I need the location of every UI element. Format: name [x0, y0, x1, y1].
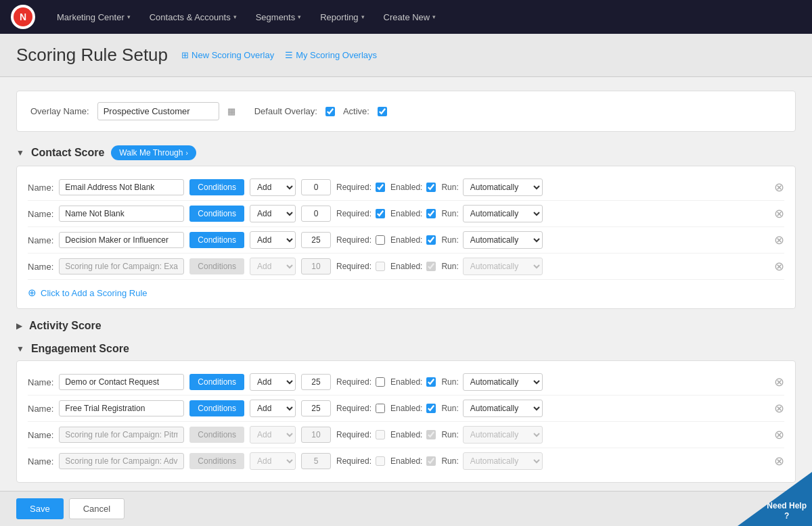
chevron-down-icon: ▾ [233, 14, 237, 20]
add-scoring-rule-button[interactable]: ⊕ Click to Add a Scoring Rule [28, 280, 784, 300]
nav-item-contacts[interactable]: Contacts & Accounts ▾ [141, 7, 245, 28]
remove-button[interactable]: ⊗ [774, 260, 784, 272]
nav-item-reporting[interactable]: Reporting ▾ [312, 7, 372, 28]
default-overlay-checkbox[interactable] [325, 107, 335, 116]
rule-name-input[interactable] [59, 374, 184, 390]
run-select[interactable]: Automatically [463, 373, 543, 391]
activity-score-title: Activity Score [29, 320, 102, 332]
action-select[interactable]: AddSubtract [250, 205, 296, 222]
run-select[interactable]: Automatically [463, 205, 543, 222]
contact-score-rules-card: Name: Conditions AddSubtract Required: E… [16, 166, 796, 309]
nav-items: Marketing Center ▾ Contacts & Accounts ▾… [49, 7, 444, 28]
conditions-button[interactable]: Conditions [189, 179, 244, 195]
name-label: Name: [28, 456, 53, 467]
default-overlay-label: Default Overlay: [254, 106, 317, 116]
name-label: Name: [28, 430, 53, 440]
value-input[interactable] [301, 179, 331, 195]
name-label: Name: [28, 377, 53, 387]
remove-button[interactable]: ⊗ [774, 455, 784, 467]
remove-button[interactable]: ⊗ [774, 429, 784, 441]
table-row: Name: Conditions Add Required: Enabled: … [28, 369, 784, 396]
rule-name-input[interactable] [59, 258, 184, 274]
contact-score-section: ▼ Contact Score Walk Me Through › Name: … [16, 145, 796, 309]
value-input[interactable] [301, 374, 331, 390]
rule-name-input[interactable] [59, 232, 184, 248]
list-icon: ☰ [285, 50, 293, 60]
active-checkbox[interactable] [378, 107, 387, 116]
chevron-down-icon: ▾ [432, 14, 436, 20]
conditions-button[interactable]: Conditions [189, 400, 244, 416]
action-select[interactable]: AddSubtract [250, 231, 296, 249]
remove-button[interactable]: ⊗ [774, 181, 784, 193]
action-select: Add [250, 426, 296, 444]
required-checkbox [376, 262, 385, 271]
value-input[interactable] [301, 232, 331, 248]
conditions-button[interactable]: Conditions [189, 374, 244, 390]
required-checkbox[interactable] [376, 183, 385, 192]
nav-item-create-new[interactable]: Create New ▾ [376, 7, 445, 28]
cancel-button[interactable]: Cancel [69, 498, 125, 519]
footer-bar: Save Cancel [0, 491, 812, 526]
contact-score-header: ▼ Contact Score Walk Me Through › [16, 145, 796, 160]
new-scoring-overlay-link[interactable]: ⊞ New Scoring Overlay [181, 50, 274, 60]
activity-score-toggle[interactable]: ▶ [16, 321, 22, 331]
run-select: Automatically [463, 426, 543, 444]
enabled-checkbox[interactable] [426, 183, 436, 192]
run-select[interactable]: Automatically [463, 231, 543, 249]
table-row: Name: Conditions AddSubtract Required: E… [28, 227, 784, 254]
name-label: Name: [28, 235, 53, 245]
question-mark-icon: ? [767, 511, 807, 521]
my-scoring-overlays-link[interactable]: ☰ My Scoring Overlays [285, 50, 377, 60]
run-select[interactable]: Automatically [463, 178, 543, 196]
engagement-score-rules-card: Name: Conditions Add Required: Enabled: … [16, 360, 796, 483]
header-links: ⊞ New Scoring Overlay ☰ My Scoring Overl… [181, 50, 377, 60]
enabled-checkbox[interactable] [426, 209, 436, 218]
conditions-button[interactable]: Conditions [189, 206, 244, 222]
action-select[interactable]: Add [250, 400, 296, 417]
required-checkbox[interactable] [376, 209, 385, 218]
run-select: Automatically [463, 452, 543, 470]
required-checkbox[interactable] [376, 404, 385, 413]
logo[interactable]: N [11, 5, 35, 29]
calendar-icon[interactable]: ▦ [227, 106, 235, 116]
engagement-score-toggle[interactable]: ▼ [16, 344, 24, 354]
enabled-checkbox[interactable] [426, 235, 436, 245]
engagement-score-section: ▼ Engagement Score Name: Conditions Add … [16, 343, 796, 483]
rule-name-input[interactable] [59, 206, 184, 222]
main-content: Overlay Name: ▦ Default Overlay: Active:… [0, 77, 812, 526]
enabled-checkbox[interactable] [426, 404, 436, 413]
action-select[interactable]: AddSubtract [250, 178, 296, 196]
rule-name-input[interactable] [59, 179, 184, 195]
overlay-name-input[interactable] [97, 102, 219, 120]
table-row: Name: Conditions Add Required: Enabled: … [28, 448, 784, 474]
rule-name-input[interactable] [59, 400, 184, 416]
required-checkbox[interactable] [376, 377, 385, 387]
plus-icon: ⊞ [181, 50, 189, 60]
conditions-button[interactable]: Conditions [189, 232, 244, 248]
value-input[interactable] [301, 206, 331, 222]
nav-item-marketing[interactable]: Marketing Center ▾ [49, 7, 139, 28]
action-select[interactable]: Add [250, 373, 296, 391]
rule-name-input [59, 427, 184, 443]
activity-score-section: ▶ Activity Score [16, 320, 796, 332]
nav-item-segments[interactable]: Segments ▾ [248, 7, 310, 28]
rule-name-input [59, 453, 184, 469]
table-row: Name: Conditions AddSubtract Required: E… [28, 174, 784, 201]
table-row: Name: Conditions Add Required: Enabled: … [28, 396, 784, 422]
walk-me-through-button[interactable]: Walk Me Through › [111, 145, 196, 160]
name-label: Name: [28, 404, 53, 414]
save-button[interactable]: Save [16, 498, 64, 519]
required-checkbox[interactable] [376, 235, 385, 245]
remove-button[interactable]: ⊗ [774, 402, 784, 414]
remove-button[interactable]: ⊗ [774, 376, 784, 388]
enabled-checkbox[interactable] [426, 377, 436, 387]
logo-inner: N [14, 7, 32, 26]
value-input[interactable] [301, 400, 331, 416]
remove-button[interactable]: ⊗ [774, 208, 784, 220]
name-label: Name: [28, 209, 53, 219]
contact-score-toggle[interactable]: ▼ [16, 148, 24, 158]
run-select[interactable]: Automatically [463, 400, 543, 417]
remove-button[interactable]: ⊗ [774, 234, 784, 246]
navbar: N Marketing Center ▾ Contacts & Accounts… [0, 0, 812, 34]
name-label: Name: [28, 183, 53, 193]
